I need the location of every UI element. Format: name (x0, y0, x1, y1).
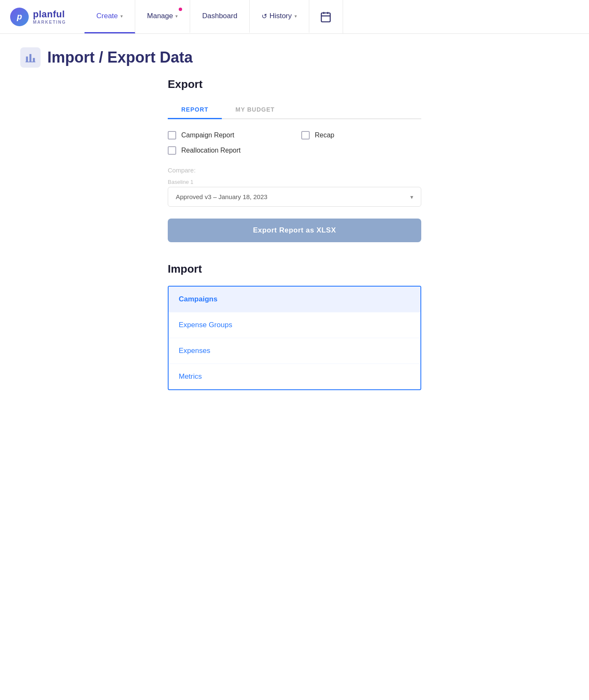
export-tabs: REPORT MY BUDGET (168, 101, 421, 119)
compare-label: Compare: (168, 167, 421, 174)
svg-rect-6 (33, 58, 35, 62)
tab-report[interactable]: REPORT (168, 101, 222, 119)
logo-text: planful MARKETING (33, 9, 66, 25)
bar-chart-icon (25, 52, 36, 63)
export-xlsx-button[interactable]: Export Report as XLSX (168, 219, 421, 242)
baseline-dropdown[interactable]: Approved v3 – January 18, 2023 ▾ (168, 187, 421, 207)
baseline-value: Approved v3 – January 18, 2023 (176, 193, 267, 200)
nav-dashboard[interactable]: Dashboard (190, 0, 249, 33)
reallocation-report-label: Reallocation Report (181, 147, 241, 154)
nav-manage-label: Manage (147, 12, 173, 20)
recap-checkbox[interactable]: Recap (301, 131, 421, 139)
nav-history[interactable]: ↺ History ▾ (250, 0, 309, 33)
chevron-down-icon: ▾ (410, 194, 413, 200)
page-header: Import / Export Data (0, 34, 589, 78)
brand-name: planful (33, 9, 66, 20)
navbar: p planful MARKETING Create ▾ Manage ▾ Da… (0, 0, 589, 34)
chevron-down-icon: ▾ (294, 14, 297, 19)
chevron-down-icon: ▾ (175, 14, 178, 19)
history-icon: ↺ (262, 12, 267, 20)
reallocation-report-checkbox[interactable]: Reallocation Report (168, 146, 288, 155)
export-section: Export REPORT MY BUDGET Campaign Report … (168, 78, 421, 262)
nav-create[interactable]: Create ▾ (85, 0, 135, 33)
nav-dashboard-label: Dashboard (202, 12, 237, 20)
checkbox-box (301, 131, 310, 139)
calendar-button[interactable] (309, 0, 343, 33)
import-expense-groups[interactable]: Expense Groups (169, 312, 420, 338)
logo-icon: p (10, 8, 29, 26)
import-campaigns[interactable]: Campaigns (169, 287, 420, 312)
page-title: Import / Export Data (47, 49, 193, 66)
notification-dot (179, 8, 182, 11)
chevron-down-icon: ▾ (120, 14, 123, 19)
nav-create-label: Create (96, 12, 118, 20)
campaign-report-checkbox[interactable]: Campaign Report (168, 131, 288, 139)
checkbox-group: Campaign Report Recap Reallocation Repor… (168, 131, 421, 155)
logo[interactable]: p planful MARKETING (0, 0, 85, 33)
content-area: Export REPORT MY BUDGET Campaign Report … (0, 78, 589, 390)
import-title: Import (168, 262, 421, 276)
svg-rect-4 (26, 57, 28, 62)
campaign-report-label: Campaign Report (181, 131, 234, 139)
import-expenses[interactable]: Expenses (169, 338, 420, 364)
export-title: Export (168, 78, 421, 91)
brand-sub: MARKETING (33, 20, 66, 25)
import-list: Campaigns Expense Groups Expenses Metric… (168, 286, 421, 390)
nav-history-label: History (270, 12, 292, 20)
checkbox-box (168, 131, 176, 139)
import-section: Import Campaigns Expense Groups Expenses… (168, 262, 421, 390)
nav-manage[interactable]: Manage ▾ (135, 0, 190, 33)
recap-label: Recap (315, 131, 334, 139)
checkbox-box (168, 146, 176, 155)
tab-my-budget[interactable]: MY BUDGET (222, 101, 288, 119)
calendar-icon (320, 11, 332, 23)
svg-rect-0 (322, 13, 330, 22)
nav-items: Create ▾ Manage ▾ Dashboard ↺ History ▾ (85, 0, 309, 33)
page-icon (20, 47, 41, 68)
svg-rect-5 (30, 54, 32, 62)
baseline-label: Baseline 1 (168, 179, 421, 185)
import-metrics[interactable]: Metrics (169, 364, 420, 389)
